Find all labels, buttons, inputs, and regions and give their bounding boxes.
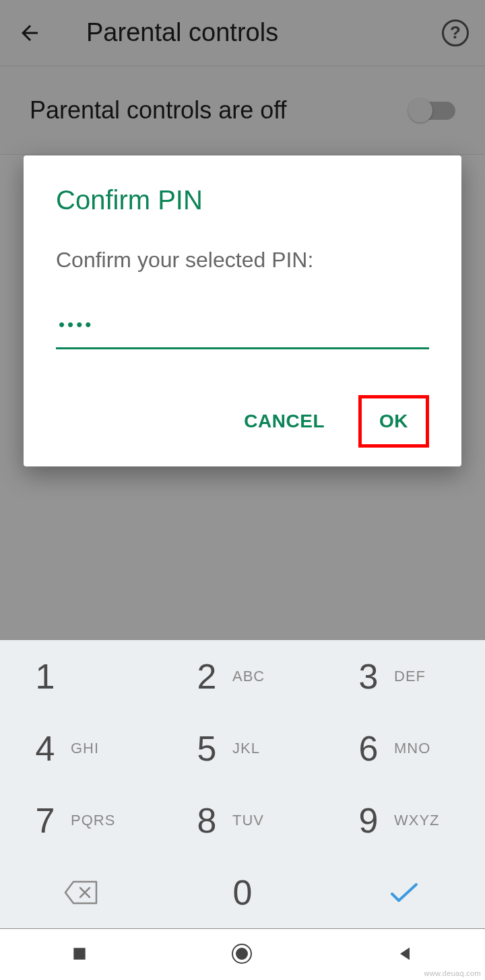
svg-rect-0	[73, 948, 85, 959]
back-button[interactable]	[395, 944, 414, 966]
pin-input[interactable]	[56, 305, 429, 349]
dialog-actions: CANCEL OK	[56, 395, 429, 448]
key-8[interactable]: 8TUV	[162, 784, 323, 856]
backspace-icon	[64, 880, 98, 905]
numeric-keypad: 1 2ABC 3DEF 4GHI 5JKL 6MNO 7PQRS 8TUV 9W…	[0, 640, 485, 928]
key-6[interactable]: 6MNO	[323, 712, 485, 784]
dialog-subtitle: Confirm your selected PIN:	[56, 248, 429, 273]
dialog-title: Confirm PIN	[56, 185, 429, 215]
watermark: www.deuaq.com	[424, 969, 481, 977]
key-9[interactable]: 9WXYZ	[323, 784, 485, 856]
svg-point-2	[236, 948, 248, 960]
key-2[interactable]: 2ABC	[162, 640, 323, 712]
check-icon	[388, 880, 420, 905]
key-0[interactable]: 0	[162, 856, 323, 928]
home-button[interactable]	[230, 942, 254, 969]
key-7[interactable]: 7PQRS	[0, 784, 162, 856]
key-1[interactable]: 1	[0, 640, 162, 712]
key-backspace[interactable]	[0, 856, 162, 928]
confirm-pin-dialog: Confirm PIN Confirm your selected PIN: C…	[24, 155, 461, 466]
system-navbar	[0, 929, 485, 980]
overview-button[interactable]	[71, 945, 88, 965]
key-4[interactable]: 4GHI	[0, 712, 162, 784]
key-5[interactable]: 5JKL	[162, 712, 323, 784]
key-enter[interactable]	[323, 856, 485, 928]
cancel-button[interactable]: CANCEL	[230, 398, 338, 444]
key-3[interactable]: 3DEF	[323, 640, 485, 712]
ok-button[interactable]: OK	[358, 395, 429, 448]
